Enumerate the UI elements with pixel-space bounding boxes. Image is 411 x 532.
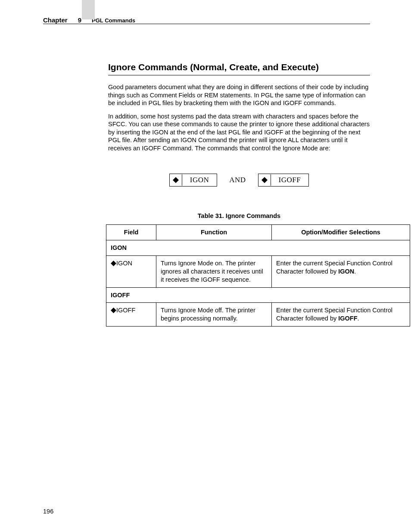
option-suffix: . [358, 315, 359, 322]
table-group-row-igoff: IGOFF [106, 287, 410, 303]
column-header-function: Function [156, 225, 272, 240]
table-row: IGON Turns Ignore Mode on. The printer i… [106, 256, 410, 288]
body-paragraph-1: Good parameters document what they are d… [108, 83, 370, 107]
group-header-igoff: IGOFF [106, 287, 410, 303]
body-paragraph-2: In addition, some host systems pad the d… [108, 112, 370, 152]
option-cell-igon: Enter the current Special Function Contr… [272, 256, 410, 288]
command-box-igoff: IGOFF [258, 174, 309, 187]
function-cell-igon: Turns Ignore Mode on. The printer ignore… [156, 256, 272, 288]
option-prefix: Enter the current Special Function Contr… [276, 260, 392, 275]
command-box-igon: IGON [169, 174, 218, 187]
section-title: Ignore Commands (Normal, Create, and Exe… [108, 62, 370, 75]
command-text-igon: IGON [182, 174, 217, 186]
table-caption: Table 31. Ignore Commands [108, 212, 370, 219]
margin-strip [82, 0, 95, 19]
chapter-number: 9 [78, 16, 81, 24]
table-header-row: Field Function Option/Modifier Selection… [106, 225, 410, 240]
ignore-commands-table: Field Function Option/Modifier Selection… [106, 224, 410, 327]
field-cell-igon: IGON [106, 256, 156, 288]
table-row: IGOFF Turns Ignore Mode off. The printer… [106, 303, 410, 327]
page-number: 196 [43, 508, 53, 515]
function-cell-igoff: Turns Ignore Mode off. The printer begin… [156, 303, 272, 327]
field-text-igoff: IGOFF [116, 307, 135, 314]
command-syntax-row: IGON AND IGOFF [108, 174, 370, 187]
option-bold: IGOFF [338, 315, 357, 322]
command-text-igoff: IGOFF [271, 174, 309, 186]
diamond-icon [170, 174, 182, 186]
chapter-label: Chapter [43, 16, 68, 24]
field-cell-igoff: IGOFF [106, 303, 156, 327]
content-area: Ignore Commands (Normal, Create, and Exe… [108, 62, 370, 327]
option-bold: IGON [338, 268, 354, 275]
field-text-igon: IGON [116, 260, 132, 267]
column-header-field: Field [106, 225, 156, 240]
diamond-icon [258, 174, 271, 186]
document-page: Chapter 9 PGL Commands Ignore Commands (… [0, 0, 411, 532]
diamond-icon [111, 260, 116, 268]
diamond-icon [111, 307, 116, 315]
table-group-row-igon: IGON [106, 240, 410, 256]
option-prefix: Enter the current Special Function Contr… [276, 307, 392, 322]
option-suffix: . [354, 268, 356, 275]
command-conjunction: AND [229, 176, 246, 184]
header-section-name: PGL Commands [92, 17, 135, 24]
svg-marker-1 [262, 177, 268, 183]
column-header-option: Option/Modifier Selections [272, 225, 410, 240]
svg-marker-0 [173, 177, 179, 183]
group-header-igon: IGON [106, 240, 410, 256]
svg-marker-2 [111, 261, 116, 266]
option-cell-igoff: Enter the current Special Function Contr… [272, 303, 410, 327]
svg-marker-3 [111, 308, 116, 313]
